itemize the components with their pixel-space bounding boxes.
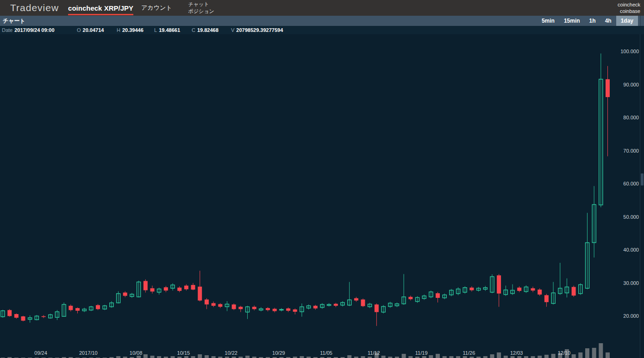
candle-body-down [252, 307, 256, 309]
candle-body-down [191, 285, 195, 290]
volume-bar [150, 356, 155, 358]
candle-body-down [123, 293, 127, 296]
volume-bar [585, 348, 589, 358]
nav-position[interactable]: ポジション [188, 8, 214, 15]
candle-body-down [232, 304, 236, 309]
price-tick-label: 50.000 [606, 214, 639, 220]
date-tick-label: 10/29 [258, 350, 300, 356]
price-tick-label: 90.000 [606, 82, 639, 87]
candle-body-down [361, 300, 365, 306]
date-tick-label: 12/03 [496, 350, 538, 356]
price-tick-label: 40.000 [606, 247, 639, 253]
timeframe-5min[interactable]: 5min [537, 16, 559, 26]
timeframe-4h[interactable]: 4h [600, 16, 616, 26]
price-tick-label: 20.000 [606, 313, 639, 319]
volume-bar [171, 356, 175, 358]
volume-bar [300, 356, 304, 358]
volume-bar [490, 354, 494, 358]
timeframe-1h[interactable]: 1h [585, 16, 600, 26]
date-tick-label: 10/15 [163, 350, 204, 356]
ohlc-readout: Date2017/09/24 09:00 O20.04714 H20.39446… [0, 26, 644, 34]
volume-bar [361, 356, 365, 358]
date-tick-label: 11/19 [400, 350, 442, 356]
volume-bar [157, 356, 161, 358]
candle-body-down [177, 288, 181, 291]
scrollbar-thumb[interactable] [641, 173, 644, 185]
candle-body-down [198, 287, 202, 301]
volume-bar [456, 356, 460, 358]
candle-body-down [334, 304, 338, 306]
price-tick-label: 80.000 [606, 115, 639, 120]
candlestick-chart[interactable] [0, 0, 644, 358]
volume-bar [599, 343, 603, 358]
price-tick-label: 100.000 [606, 49, 639, 54]
candle-body-down [42, 316, 46, 317]
volume-bar [483, 356, 488, 358]
volume-bar [116, 356, 120, 358]
timeframe-1day[interactable]: 1day [616, 16, 638, 26]
date-tick-label: 2017/10 [68, 350, 109, 356]
volume-bar [422, 356, 426, 358]
volume-bar [347, 355, 351, 358]
chart-toolbar: チャート 5min15min1h4h1day [0, 16, 644, 26]
candle-body-down [497, 275, 501, 293]
candle-body-down [286, 309, 290, 311]
candle-body-down [408, 297, 413, 299]
date-tick-label: 09/24 [20, 350, 62, 356]
nav-chat[interactable]: チャット [188, 1, 214, 8]
readout-open: O20.04714 [77, 27, 117, 33]
volume-bar [524, 356, 528, 358]
candle-body-down [75, 308, 80, 311]
nav-stack: チャット ポジション [188, 1, 214, 15]
candle-body-up [280, 309, 283, 310]
volume-bar [449, 356, 453, 358]
app-logo: Tradeview [10, 2, 59, 13]
volume-bar [443, 356, 447, 358]
candle-body-down [544, 295, 549, 302]
exchange-stack: coincheck coinbase [618, 1, 640, 14]
volume-bar [137, 356, 141, 358]
exchange-coincheck[interactable]: coincheck [618, 1, 640, 8]
toolbar-divider [640, 16, 641, 26]
candle-body-down [14, 314, 19, 318]
candle-body-down [96, 305, 100, 309]
volume-bar [538, 356, 542, 358]
chart-scrollbar[interactable] [640, 26, 644, 358]
panel-title-chart: チャート [3, 17, 25, 25]
candle-body-down [150, 288, 155, 291]
exchange-coinbase[interactable]: coinbase [618, 8, 640, 14]
volume-bar [184, 356, 188, 358]
candle-body-down [164, 287, 168, 290]
volume-bar [511, 356, 515, 358]
tab-pair-coincheck-xrpjpy[interactable]: coincheck XRP/JPY [68, 0, 133, 16]
candle-body-down [144, 281, 148, 290]
date-tick-label: 11/26 [448, 350, 490, 356]
candle-body-down [572, 287, 576, 296]
price-tick-label: 60.000 [606, 181, 639, 186]
candle-body-down [517, 288, 521, 291]
date-tick-label: 11/12 [353, 350, 394, 356]
volume-bar [381, 356, 386, 358]
nav-account[interactable]: アカウント [141, 4, 172, 12]
price-tick-label: 70.000 [606, 148, 639, 154]
date-tick-label: 10/08 [115, 350, 157, 356]
volume-bar [504, 356, 508, 358]
candle-body-down [205, 300, 209, 305]
candle-body-down [238, 307, 243, 309]
date-tick-label: 12/10 [543, 350, 585, 356]
timeframe-group: 5min15min1h4h1day [537, 16, 638, 26]
candle-body-down [538, 290, 542, 295]
readout-close: C19.82468 [192, 27, 231, 33]
readout-date: Date2017/09/24 09:00 [2, 27, 77, 33]
volume-bar [212, 356, 216, 358]
candle-body-down [375, 304, 379, 312]
volume-bar [408, 356, 413, 358]
candle-body-down [273, 309, 277, 311]
candle-body-down [21, 316, 25, 321]
volume-bar [191, 356, 195, 358]
timeframe-15min[interactable]: 15min [559, 16, 585, 26]
tradeview-app: Tradeview coincheck XRP/JPY アカウント チャット ポ… [0, 0, 644, 358]
readout-high: H20.39446 [117, 27, 154, 33]
readout-low: L19.48661 [154, 27, 192, 33]
candle-body-down [354, 298, 358, 301]
